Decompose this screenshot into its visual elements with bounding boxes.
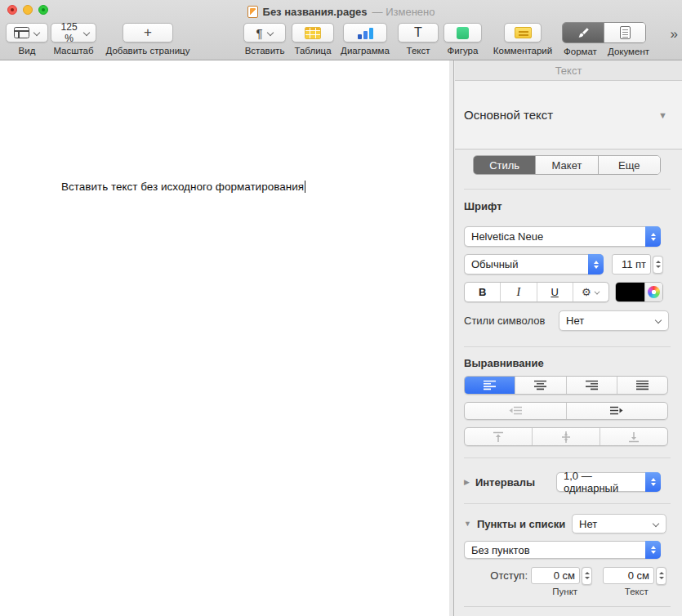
- document-body-text[interactable]: Вставить текст без исходного форматирова…: [61, 181, 305, 193]
- bullets-dropdown[interactable]: Нет: [572, 514, 666, 533]
- toolbar-item-add-page: + Добавить страницу: [99, 23, 197, 56]
- italic-button[interactable]: I: [501, 283, 537, 301]
- align-bottom-button[interactable]: [600, 428, 667, 445]
- tab-style[interactable]: Стиль: [474, 156, 536, 174]
- font-size-field[interactable]: [612, 254, 651, 275]
- color-picker-button[interactable]: [644, 283, 662, 301]
- align-left-icon: [484, 380, 496, 391]
- bold-button[interactable]: B: [465, 283, 501, 301]
- titlebar[interactable]: Без названия.pages — Изменено: [0, 0, 682, 20]
- comment-button[interactable]: [504, 23, 542, 42]
- bullets-label: Пункты и списки: [477, 518, 572, 530]
- bullet-indent-field[interactable]: [531, 567, 580, 584]
- typeface-value: Обычный: [471, 258, 518, 270]
- spacing-value: 1,0 — одинарный: [564, 470, 639, 494]
- bullet-style-value: Без пунктов: [471, 544, 530, 556]
- chart-label: Диаграмма: [337, 46, 393, 56]
- text-color-well: [615, 282, 663, 302]
- add-page-button[interactable]: +: [123, 23, 173, 42]
- document-button[interactable]: [604, 23, 645, 42]
- text-button[interactable]: T: [398, 23, 439, 42]
- comment-label: Комментарий: [488, 46, 557, 56]
- underline-label: U: [551, 286, 558, 298]
- section-divider: [464, 606, 671, 607]
- v-align-buttons: [464, 427, 668, 446]
- paragraph-style-name: Основной текст: [464, 108, 658, 122]
- align-top-icon: [493, 431, 504, 443]
- decrease-indent-button[interactable]: [465, 403, 567, 419]
- close-button[interactable]: [7, 5, 17, 15]
- indent-label: Отступ:: [464, 569, 528, 582]
- text-color-swatch[interactable]: [616, 283, 644, 301]
- font-section-label: Шрифт: [464, 200, 502, 212]
- align-middle-icon: [560, 431, 572, 443]
- tab-layout[interactable]: Макет: [536, 156, 598, 174]
- alignment-section-header: Выравнивание: [464, 357, 544, 369]
- toolbar-overflow-button[interactable]: »: [671, 26, 676, 42]
- window-chrome: Без названия.pages — Изменено Вид 125 % …: [0, 0, 682, 60]
- document-canvas[interactable]: Вставить текст без исходного форматирова…: [0, 60, 449, 616]
- toolbar-item-chart: Диаграмма: [337, 23, 393, 56]
- toolbar-item-shape: Фигура: [444, 23, 482, 56]
- font-family-value: Helvetica Neue: [471, 230, 543, 243]
- indent-buttons: [464, 402, 668, 420]
- font-section-header: Шрифт: [464, 200, 502, 212]
- bullet-style-popup[interactable]: Без пунктов: [464, 541, 661, 559]
- chevron-down-icon: [33, 30, 40, 36]
- paragraph-style-selector[interactable]: Основной текст ▼: [455, 81, 682, 150]
- view-label: Вид: [6, 46, 48, 56]
- pasted-text: Вставить текст без исходного форматирова…: [61, 181, 304, 193]
- align-left-button[interactable]: [465, 377, 515, 394]
- bullet-indent-stepper[interactable]: [582, 567, 592, 585]
- font-family-popup[interactable]: Helvetica Neue: [464, 226, 661, 247]
- traffic-lights: [7, 5, 48, 15]
- bold-label: B: [479, 286, 486, 298]
- toolbar-item-view: Вид: [6, 23, 48, 56]
- toolbar-item-zoom: 125 % Масштаб: [51, 23, 96, 56]
- align-top-button[interactable]: [465, 428, 533, 445]
- shape-button[interactable]: [444, 23, 482, 42]
- toolbar-item-table: Таблица: [292, 23, 334, 56]
- format-button[interactable]: [563, 23, 604, 42]
- text-icon: T: [414, 25, 422, 40]
- chart-button[interactable]: [343, 23, 387, 42]
- zoom-window-button[interactable]: [38, 5, 48, 15]
- align-justify-button[interactable]: [617, 377, 667, 394]
- char-styles-dropdown[interactable]: Нет: [559, 310, 669, 331]
- font-size-stepper[interactable]: [653, 256, 663, 274]
- underline-button[interactable]: U: [537, 283, 573, 301]
- spacing-popup[interactable]: 1,0 — одинарный: [556, 472, 661, 492]
- style-tabs: Стиль Макет Еще: [473, 155, 661, 175]
- increase-indent-button[interactable]: [567, 403, 668, 419]
- disclosure-triangle-icon[interactable]: ▶: [464, 478, 470, 486]
- zoom-button[interactable]: 125 %: [51, 23, 96, 42]
- align-justify-icon: [636, 380, 649, 391]
- insert-button[interactable]: ¶: [243, 23, 286, 42]
- align-right-button[interactable]: [567, 377, 617, 394]
- toolbar-item-insert: ¶ Вставить: [243, 23, 286, 56]
- table-button[interactable]: [292, 23, 334, 42]
- view-button[interactable]: [6, 23, 48, 42]
- decrease-indent-icon: [509, 406, 522, 416]
- plus-icon: +: [144, 25, 152, 41]
- minimize-button[interactable]: [23, 5, 33, 15]
- chart-icon: [357, 27, 373, 39]
- increase-indent-icon: [610, 406, 623, 416]
- toolbar-item-text: T Текст: [398, 23, 439, 56]
- text-label: Текст: [398, 46, 439, 56]
- chevron-down-icon: [655, 318, 662, 324]
- pilcrow-icon: ¶: [256, 26, 262, 40]
- comment-icon: [515, 27, 532, 38]
- align-center-button[interactable]: [515, 377, 566, 394]
- disclosure-triangle-icon[interactable]: ▼: [464, 520, 471, 528]
- h-align-buttons: [464, 376, 668, 395]
- align-middle-button[interactable]: [533, 428, 600, 445]
- italic-label: I: [517, 286, 521, 299]
- bullets-value: Нет: [579, 518, 597, 530]
- text-indent-stepper[interactable]: [656, 567, 666, 585]
- advanced-options-button[interactable]: ⚙: [573, 283, 608, 301]
- typeface-popup[interactable]: Обычный: [464, 254, 604, 275]
- tab-more[interactable]: Еще: [599, 156, 660, 174]
- text-indent-field[interactable]: [603, 567, 654, 584]
- pages-document-icon: [247, 6, 258, 18]
